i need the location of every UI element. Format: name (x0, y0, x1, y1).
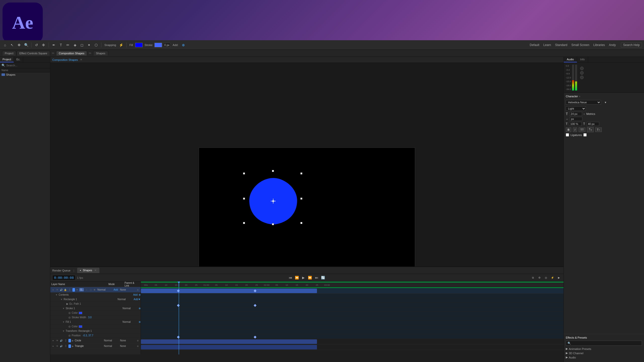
layer-2-video[interactable]: 👁 (55, 339, 59, 342)
parent-pick-2[interactable]: ⊕ (136, 339, 140, 342)
viewer-close[interactable]: ✕ (80, 58, 82, 61)
layer-1-audio[interactable]: 🔊 (59, 288, 63, 292)
panel-tab-project[interactable]: Project (0, 57, 14, 62)
handle-ml[interactable] (243, 198, 245, 200)
allcaps-btn[interactable]: TT (579, 127, 585, 132)
rect1-add[interactable]: Add▼ (134, 298, 141, 301)
layer-row-1[interactable]: ● 👁 🔊 🔒 1 ▼ Square ☆ ◻ ✱ Normal Add None… (50, 287, 141, 293)
workspace-standard[interactable]: Standard (555, 43, 567, 47)
fill1-expand[interactable]: ▼ (62, 321, 65, 323)
transform-expand[interactable]: ▼ (62, 330, 65, 332)
handle-bl[interactable] (243, 222, 245, 224)
scale-h-input[interactable] (569, 122, 582, 126)
tab-composition[interactable]: Composition Shapes (56, 51, 87, 56)
rp-tab-audio[interactable]: Audio (564, 57, 577, 62)
layer-row-2[interactable]: ● 👁 🔊 2 ▶ Circle Normal None ⊕ (50, 338, 141, 343)
layer-3-video[interactable]: 👁 (55, 344, 59, 348)
tl-play[interactable]: ▶ (301, 275, 306, 280)
layer-1-sw2[interactable]: ◻ (89, 288, 92, 292)
layer-3-expand[interactable]: ▶ (72, 345, 74, 347)
handle-tc[interactable] (272, 170, 274, 172)
layer-1-lock[interactable]: 🔒 (63, 288, 67, 292)
kf-pos2[interactable] (254, 336, 256, 338)
handle-tr[interactable] (300, 172, 302, 174)
tab-effect-controls[interactable]: Effect Controls Square (17, 51, 50, 56)
select-tool[interactable]: ↖ (9, 42, 15, 48)
layer-1-sw1[interactable]: ☆ (85, 288, 88, 292)
panel-tab-effect-controls[interactable]: Ec. (14, 57, 23, 62)
ligatures-checkbox[interactable] (566, 133, 569, 137)
rotate-tool[interactable]: ↺ (33, 42, 39, 48)
effects-audio[interactable]: ▶ Audio (566, 356, 642, 359)
brush-tool[interactable]: ✏ (65, 42, 71, 48)
super-btn[interactable]: T↑ (595, 127, 602, 132)
work-area-bar[interactable] (141, 282, 564, 283)
path1-expand[interactable]: ▶ (66, 302, 68, 305)
eraser-tool[interactable]: ◻ (79, 42, 85, 48)
clip-3-triangle[interactable] (141, 345, 317, 349)
fill1-add[interactable]: ⊕ (139, 321, 141, 323)
workspace-user[interactable]: Andy (609, 43, 616, 47)
tl-play-fwd[interactable]: ⏩ (307, 275, 312, 280)
add-contents-icon[interactable]: ⊕ (139, 293, 141, 296)
layer-1-sw3[interactable]: ✱ (93, 288, 96, 292)
font-size-input[interactable] (570, 112, 582, 116)
layer-2-audio[interactable]: 🔊 (59, 339, 63, 342)
layer-1-solo[interactable]: ● (51, 288, 55, 292)
pen-tool[interactable]: ✒ (51, 42, 57, 48)
tracking-input[interactable] (570, 117, 582, 121)
tl-motion-blur[interactable]: ◎ (543, 275, 548, 280)
contents-expand[interactable]: ▼ (55, 294, 58, 296)
layer-row-3[interactable]: ● 👁 🔊 3 ▶ Triangle Normal None ⊕ (50, 343, 141, 349)
tl-render[interactable]: ▶ (556, 275, 561, 280)
stroke-color-swatch[interactable] (79, 312, 82, 314)
effects-3d-channel[interactable]: ▶ 3D Channel (566, 351, 642, 355)
timeline-comp-tab[interactable]: ▪ Shapes ✕ (77, 268, 99, 273)
parent-pick-3[interactable]: ⊕ (136, 344, 140, 348)
clip-1-square[interactable] (141, 289, 317, 293)
search-help[interactable]: Search Help (621, 42, 642, 48)
italic-btn[interactable]: I (573, 127, 577, 132)
layer-1-video[interactable]: 👁 (55, 288, 59, 292)
font-family-select[interactable]: Helvetica Neue (566, 100, 601, 105)
layer-3-audio[interactable]: 🔊 (59, 344, 63, 348)
smallcaps-btn[interactable]: TT (587, 127, 593, 132)
add-button[interactable]: ⊕ (180, 42, 186, 48)
stroke1-add[interactable]: ⊕ (139, 307, 141, 310)
project-search-input[interactable] (6, 64, 49, 67)
tl-last-frame[interactable]: ⏭ (314, 275, 319, 280)
project-item-shapes[interactable]: Shapes (0, 72, 50, 77)
parent-pick[interactable]: ⊕ (136, 288, 140, 292)
kf-pos1[interactable] (177, 336, 180, 338)
font-style-select[interactable]: Light (566, 106, 586, 111)
clip-2-circle[interactable] (141, 339, 317, 344)
render-queue-label[interactable]: Render Queue (52, 269, 70, 272)
add-contents[interactable]: Add (133, 293, 138, 296)
ligatures2-checkbox[interactable] (583, 133, 587, 137)
kf-path2[interactable] (254, 304, 256, 307)
handle-br[interactable] (300, 222, 302, 224)
effects-animation-presets[interactable]: ▶ Animation Presets (566, 347, 642, 350)
stamp-tool[interactable]: ◈ (72, 42, 78, 48)
handle-tl[interactable] (243, 172, 245, 174)
tl-draft[interactable]: ⚡ (550, 275, 555, 280)
scale-v-input[interactable] (587, 122, 599, 126)
stroke-width-input[interactable] (163, 43, 171, 47)
bold-btn[interactable]: B (566, 127, 571, 132)
text-tool[interactable]: T (58, 42, 64, 48)
tl-collapse-transforms[interactable]: ⧉ (530, 275, 535, 280)
workspace-small-screen[interactable]: Small Screen (571, 43, 589, 47)
workspace-libraries[interactable]: Libraries (593, 43, 605, 47)
zoom-tool[interactable]: 🔍 (23, 42, 29, 48)
handle-bc[interactable] (272, 223, 274, 225)
shape-tool[interactable]: ⬡ (93, 42, 99, 48)
puppet-tool[interactable]: ✦ (86, 42, 92, 48)
layer-2-solo[interactable]: ● (51, 339, 55, 342)
rect1-expand[interactable]: ▼ (60, 298, 63, 301)
stroke-swatch[interactable] (154, 43, 162, 47)
hand-tool[interactable]: ✥ (16, 42, 22, 48)
layer-1-expand[interactable]: ▼ (76, 289, 78, 291)
effects-search-input[interactable] (566, 341, 642, 346)
tl-loop[interactable]: 🔄 (320, 275, 326, 280)
home-tool[interactable]: ⌂ (2, 42, 8, 48)
